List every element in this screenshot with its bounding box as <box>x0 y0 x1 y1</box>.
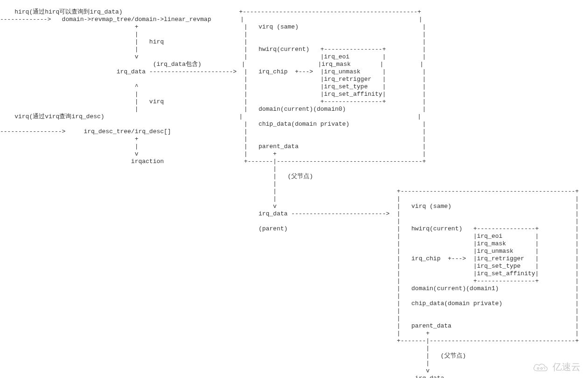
ascii-diagram: hirq(通过hirq可以查询到irq_data) +-------------… <box>0 0 588 378</box>
